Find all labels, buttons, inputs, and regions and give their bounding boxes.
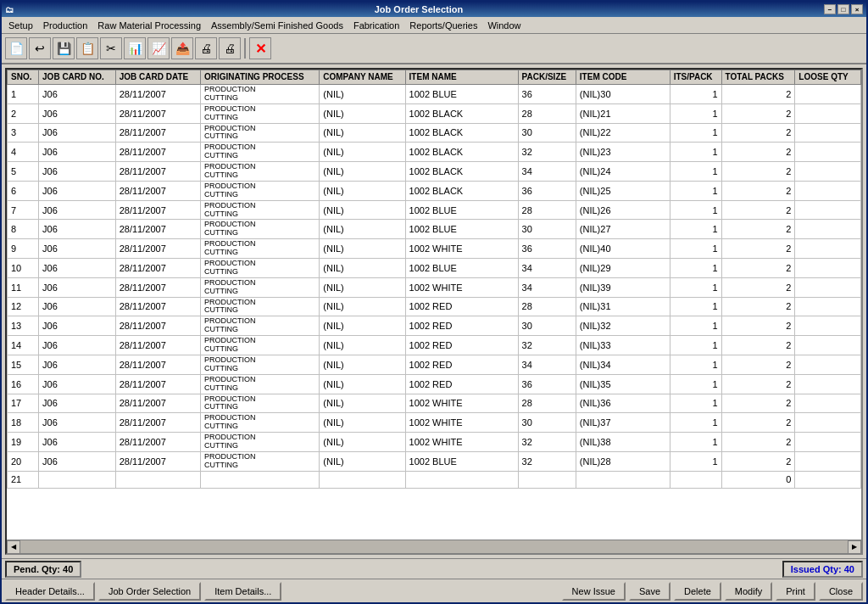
cell-job_card_no: J06 — [39, 123, 116, 143]
table-row[interactable]: 13J0628/11/2007PRODUCTIONCUTTING(NIL)100… — [8, 316, 861, 336]
table-row[interactable]: 9J0628/11/2007PRODUCTIONCUTTING(NIL)1002… — [8, 239, 861, 259]
horizontal-scrollbar[interactable]: ◀ ▶ — [7, 540, 861, 553]
save-button[interactable]: 💾 — [53, 37, 75, 59]
table-row[interactable]: 8J0628/11/2007PRODUCTIONCUTTING(NIL)1002… — [8, 220, 861, 239]
minimize-button[interactable]: − — [824, 4, 836, 14]
table-row[interactable]: 17J0628/11/2007PRODUCTIONCUTTING(NIL)100… — [8, 394, 861, 413]
header-details-button[interactable]: Header Details... — [5, 582, 95, 601]
menu-window[interactable]: Window — [482, 19, 526, 32]
cell-item_code: (NIL)24 — [576, 162, 670, 182]
cell-total_packs: 2 — [721, 200, 795, 220]
print-button[interactable]: 🖨 — [219, 37, 241, 59]
cell-total_packs: 2 — [721, 162, 795, 182]
cell-item_name: 1002 BLUE — [405, 200, 518, 220]
undo-button[interactable]: ↩ — [29, 37, 51, 59]
table-row[interactable]: 5J0628/11/2007PRODUCTIONCUTTING(NIL)1002… — [8, 162, 861, 182]
graph-button[interactable]: 📈 — [147, 37, 170, 59]
table-row[interactable]: 6J0628/11/2007PRODUCTIONCUTTING(NIL)1002… — [8, 181, 861, 200]
delete-bottom-button[interactable]: Delete — [674, 582, 721, 601]
print-bottom-button[interactable]: Print — [776, 582, 815, 601]
cell-sno: 5 — [8, 162, 39, 182]
cell-sno: 2 — [8, 103, 39, 123]
export-button[interactable]: 📤 — [171, 37, 193, 59]
bottom-bar: Header Details... Job Order Selection It… — [2, 579, 866, 602]
cell-company_name: (NIL) — [320, 259, 405, 278]
cell-sno: 4 — [8, 143, 39, 162]
menu-fabrication[interactable]: Fabrication — [348, 19, 404, 32]
delete-toolbar-button[interactable]: ✕ — [249, 37, 271, 59]
menu-setup[interactable]: Setup — [3, 19, 38, 32]
cell-job_card_no: J06 — [39, 277, 116, 297]
table-row[interactable]: 2J0628/11/2007PRODUCTIONCUTTING(NIL)1002… — [8, 103, 861, 123]
item-details-button[interactable]: Item Details... — [204, 582, 281, 601]
cell-company_name: (NIL) — [320, 355, 405, 374]
title-bar-controls: − □ × — [824, 4, 863, 14]
cell-item_code: (NIL)38 — [576, 433, 670, 452]
cell-originating_process: PRODUCTIONCUTTING — [200, 433, 319, 452]
cell-item_code: (NIL)32 — [576, 316, 670, 336]
save-bottom-button[interactable]: Save — [629, 582, 670, 601]
cell-sno: 9 — [8, 239, 39, 259]
cell-loose_qty — [795, 143, 861, 162]
cell-sno: 16 — [8, 374, 39, 394]
job-order-selection-button[interactable]: Job Order Selection — [98, 582, 201, 601]
maximize-button[interactable]: □ — [837, 4, 849, 14]
cell-item_code: (NIL)27 — [576, 220, 670, 239]
cell-pack_size: 28 — [518, 200, 576, 220]
cut-button[interactable]: ✂ — [100, 37, 122, 59]
cell-job_card_date: 28/11/2007 — [115, 220, 200, 239]
table-container[interactable]: SNO. JOB CARD NO. JOB CARD DATE ORIGINAT… — [7, 70, 861, 540]
cell-total_packs: 2 — [721, 220, 795, 239]
table-row[interactable]: 19J0628/11/2007PRODUCTIONCUTTING(NIL)100… — [8, 433, 861, 452]
table-row[interactable]: 16J0628/11/2007PRODUCTIONCUTTING(NIL)100… — [8, 374, 861, 394]
scroll-track[interactable] — [20, 540, 848, 554]
table-row[interactable]: 20J0628/11/2007PRODUCTIONCUTTING(NIL)100… — [8, 451, 861, 471]
table-row[interactable]: 14J0628/11/2007PRODUCTIONCUTTING(NIL)100… — [8, 336, 861, 355]
modify-button[interactable]: Modify — [725, 582, 772, 601]
table-row[interactable]: 12J0628/11/2007PRODUCTIONCUTTING(NIL)100… — [8, 297, 861, 316]
scroll-right-button[interactable]: ▶ — [848, 540, 861, 554]
table-row[interactable]: 11J0628/11/2007PRODUCTIONCUTTING(NIL)100… — [8, 277, 861, 297]
chart-button[interactable]: 📊 — [124, 37, 146, 59]
new-button[interactable]: 📄 — [5, 37, 27, 59]
cell-job_card_no: J06 — [39, 316, 116, 336]
table-row[interactable]: 10J0628/11/2007PRODUCTIONCUTTING(NIL)100… — [8, 259, 861, 278]
cell-originating_process: PRODUCTIONCUTTING — [200, 355, 319, 374]
col-sno: SNO. — [8, 70, 39, 85]
cell-originating_process: PRODUCTIONCUTTING — [200, 162, 319, 182]
table-row[interactable]: 7J0628/11/2007PRODUCTIONCUTTING(NIL)1002… — [8, 200, 861, 220]
close-window-button[interactable]: × — [851, 4, 863, 14]
menu-reports[interactable]: Reports/Queries — [404, 19, 482, 32]
table-row[interactable]: 15J0628/11/2007PRODUCTIONCUTTING(NIL)100… — [8, 355, 861, 374]
menu-production[interactable]: Production — [38, 19, 93, 32]
scroll-left-button[interactable]: ◀ — [7, 540, 20, 554]
new-issue-button[interactable]: New Issue — [562, 582, 626, 601]
print-preview-button[interactable]: 🖨 — [195, 37, 217, 59]
table-row[interactable]: 3J0628/11/2007PRODUCTIONCUTTING(NIL)1002… — [8, 123, 861, 143]
cell-item_code: (NIL)21 — [576, 103, 670, 123]
cell-its_pack: 1 — [670, 355, 721, 374]
cell-item_name: 1002 BLACK — [405, 123, 518, 143]
table-row[interactable]: 210 — [8, 471, 861, 488]
cell-its_pack — [670, 471, 721, 488]
menu-raw-material[interactable]: Raw Material Processing — [92, 19, 206, 32]
table-row[interactable]: 4J0628/11/2007PRODUCTIONCUTTING(NIL)1002… — [8, 143, 861, 162]
cell-company_name: (NIL) — [320, 413, 405, 433]
cell-job_card_no: J06 — [39, 85, 116, 104]
cell-item_name: 1002 WHITE — [405, 277, 518, 297]
cell-pack_size: 30 — [518, 220, 576, 239]
cell-job_card_date: 28/11/2007 — [115, 162, 200, 182]
menu-assembly[interactable]: Assembly/Semi Finished Goods — [206, 19, 348, 32]
cell-its_pack: 1 — [670, 200, 721, 220]
col-loose-qty: LOOSE QTY — [795, 70, 861, 85]
col-company-name: COMPANY NAME — [320, 70, 405, 85]
cell-total_packs: 2 — [721, 316, 795, 336]
cell-its_pack: 1 — [670, 103, 721, 123]
cell-total_packs: 2 — [721, 297, 795, 316]
copy-button[interactable]: 📋 — [76, 37, 98, 59]
table-row[interactable]: 1J0628/11/2007PRODUCTIONCUTTING(NIL)1002… — [8, 85, 861, 104]
close-button[interactable]: Close — [819, 582, 863, 601]
table-row[interactable]: 18J0628/11/2007PRODUCTIONCUTTING(NIL)100… — [8, 413, 861, 433]
cell-loose_qty — [795, 297, 861, 316]
cell-item_name: 1002 RED — [405, 374, 518, 394]
